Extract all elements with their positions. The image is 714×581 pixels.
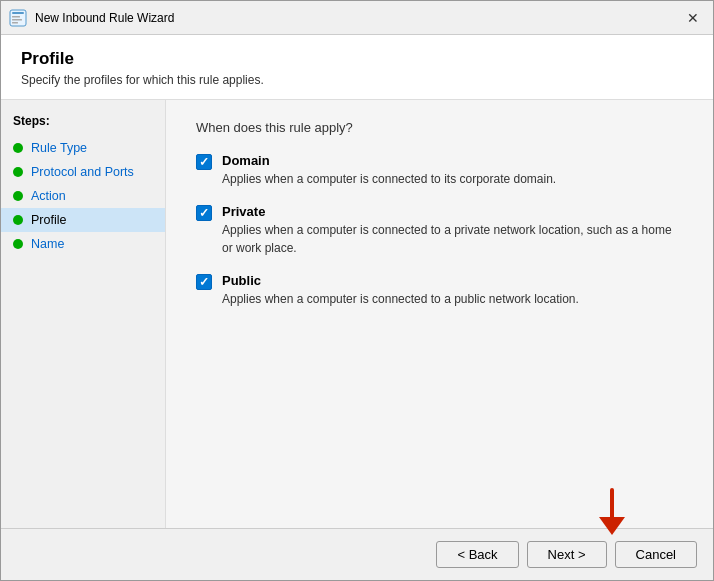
svg-rect-4: [12, 22, 18, 24]
step-label-protocol-ports: Protocol and Ports: [31, 165, 134, 179]
public-option: Public Applies when a computer is connec…: [196, 273, 683, 308]
domain-checkbox[interactable]: [196, 154, 212, 170]
private-checkbox[interactable]: [196, 205, 212, 221]
content-area: Steps: Rule Type Protocol and Ports Acti…: [1, 100, 713, 528]
step-dot-protocol-ports: [13, 167, 23, 177]
private-option: Private Applies when a computer is conne…: [196, 204, 683, 257]
steps-label: Steps:: [1, 110, 165, 136]
sidebar-item-name[interactable]: Name: [1, 232, 165, 256]
back-button[interactable]: < Back: [436, 541, 518, 568]
wizard-icon: [9, 9, 27, 27]
window-title: New Inbound Rule Wizard: [35, 11, 673, 25]
next-button[interactable]: Next >: [527, 541, 607, 568]
svg-rect-2: [12, 16, 20, 18]
page-header: Profile Specify the profiles for which t…: [1, 35, 713, 100]
private-checkbox-wrapper: [196, 205, 212, 221]
public-description: Applies when a computer is connected to …: [222, 290, 579, 308]
svg-rect-3: [12, 19, 22, 21]
titlebar: New Inbound Rule Wizard ✕: [1, 1, 713, 35]
sidebar-item-rule-type[interactable]: Rule Type: [1, 136, 165, 160]
page-title: Profile: [21, 49, 693, 69]
public-checkbox-wrapper: [196, 274, 212, 290]
main-content: When does this rule apply? Domain Applie…: [166, 100, 713, 528]
private-title: Private: [222, 204, 683, 219]
step-dot-action: [13, 191, 23, 201]
sidebar-item-action[interactable]: Action: [1, 184, 165, 208]
domain-title: Domain: [222, 153, 556, 168]
question-text: When does this rule apply?: [196, 120, 683, 135]
close-button[interactable]: ✕: [681, 6, 705, 30]
sidebar-item-profile[interactable]: Profile: [1, 208, 165, 232]
sidebar: Steps: Rule Type Protocol and Ports Acti…: [1, 100, 166, 528]
domain-content: Domain Applies when a computer is connec…: [222, 153, 556, 188]
footer: < Back Next > Cancel: [1, 528, 713, 580]
step-label-action: Action: [31, 189, 66, 203]
cancel-button[interactable]: Cancel: [615, 541, 697, 568]
domain-description: Applies when a computer is connected to …: [222, 170, 556, 188]
public-title: Public: [222, 273, 579, 288]
private-description: Applies when a computer is connected to …: [222, 221, 683, 257]
public-content: Public Applies when a computer is connec…: [222, 273, 579, 308]
step-label-name: Name: [31, 237, 64, 251]
step-label-profile: Profile: [31, 213, 66, 227]
step-dot-rule-type: [13, 143, 23, 153]
domain-checkbox-wrapper: [196, 154, 212, 170]
arrow-indicator: [587, 485, 637, 535]
step-dot-name: [13, 239, 23, 249]
page-subtitle: Specify the profiles for which this rule…: [21, 73, 693, 87]
sidebar-item-protocol-ports[interactable]: Protocol and Ports: [1, 160, 165, 184]
svg-rect-1: [12, 12, 24, 14]
domain-option: Domain Applies when a computer is connec…: [196, 153, 683, 188]
wizard-window: New Inbound Rule Wizard ✕ Profile Specif…: [0, 0, 714, 581]
public-checkbox[interactable]: [196, 274, 212, 290]
step-dot-profile: [13, 215, 23, 225]
step-label-rule-type: Rule Type: [31, 141, 87, 155]
private-content: Private Applies when a computer is conne…: [222, 204, 683, 257]
svg-marker-6: [599, 517, 625, 535]
